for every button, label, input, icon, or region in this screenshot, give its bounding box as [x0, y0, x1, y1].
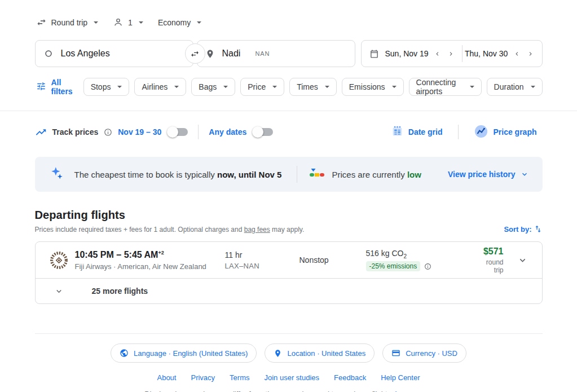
return-date-previous-button[interactable] [510, 47, 523, 60]
price-graph-label: Price graph [493, 127, 536, 136]
caret-down-icon [139, 21, 143, 24]
price-insights-banner: The cheapest time to book is typically n… [35, 157, 543, 192]
destination-field[interactable]: NAN [197, 40, 355, 67]
footer-link-feedback[interactable]: Feedback [334, 373, 366, 382]
co2-amount: 516 kg CO2 [366, 249, 477, 259]
footer-link-about[interactable]: About [157, 373, 176, 382]
search-row: NAN Sun, Nov 19 Thu, Nov 30 [35, 40, 543, 67]
person-icon [113, 17, 124, 28]
location-button-label: Location · United States [287, 349, 365, 358]
trip-controls: Round trip 1 Economy [36, 17, 543, 28]
flight-result-row[interactable]: 10:45 PM – 5:45 AM+2 Fiji Airways · Amer… [36, 242, 542, 278]
sort-by-button[interactable]: Sort by: [504, 224, 542, 234]
language-button[interactable]: Language · English (United States) [111, 343, 257, 363]
price-level-gauge-icon [310, 169, 324, 180]
date-grid-label: Date grid [408, 127, 443, 136]
price-cell: $571 round trip [477, 246, 512, 274]
info-icon[interactable] [424, 263, 431, 270]
price-level-message: Prices are currently low [310, 169, 421, 180]
price-level-text: Prices are currently low [332, 170, 421, 179]
expand-flight-button[interactable] [512, 255, 534, 266]
origin-field[interactable] [35, 40, 193, 67]
caret-down-icon [174, 86, 179, 88]
departing-flights-header: Departing flights Prices include require… [35, 209, 543, 234]
filter-chip-duration[interactable]: Duration [487, 78, 543, 96]
currency-disclaimer: Displayed currencies may differ from the… [35, 390, 543, 392]
all-filters-button[interactable]: All filters [35, 74, 78, 99]
caret-down-icon [531, 86, 535, 88]
chip-label: Price [248, 82, 266, 91]
track-prices-row: Track prices Nov 19 – 30 Any dates [35, 121, 543, 143]
swap-origin-destination-button[interactable] [185, 43, 205, 64]
date-grid-button[interactable]: Date grid [386, 122, 448, 142]
more-flights-expander[interactable]: 25 more flights [36, 279, 542, 303]
currency-button-label: Currency · USD [406, 349, 457, 358]
trip-type-dropdown[interactable]: Round trip [36, 17, 99, 28]
footer-link-join-user-studies[interactable]: Join user studies [264, 373, 319, 382]
passengers-dropdown[interactable]: 1 [113, 17, 143, 28]
filters-bar: All filters Stops Airlines Bags Price Ti… [35, 74, 543, 99]
bag-fees-link[interactable]: bag fees [244, 226, 270, 234]
caret-down-icon [94, 21, 98, 24]
globe-icon [120, 349, 129, 358]
departing-flights-subtitle: Prices include required taxes + fees for… [35, 226, 305, 234]
chip-label: Connecting airports [416, 78, 463, 96]
flight-price: $571 [477, 246, 504, 257]
fiji-airways-logo [49, 250, 69, 270]
filter-chip-airlines[interactable]: Airlines [134, 78, 186, 96]
departure-date-next-button[interactable] [444, 47, 458, 60]
filter-chip-connecting-airports[interactable]: Connecting airports [409, 78, 482, 96]
flights-results-page: Round trip 1 Economy [35, 0, 543, 392]
price-graph-button[interactable]: Price graph [469, 121, 542, 143]
return-date[interactable]: Thu, Nov 30 [465, 49, 508, 58]
filter-chip-emissions[interactable]: Emissions [342, 78, 404, 96]
caret-down-icon [223, 86, 228, 88]
return-date-next-button[interactable] [523, 47, 537, 60]
destination-input[interactable] [222, 49, 247, 59]
footer-settings-buttons: Language · English (United States) Locat… [35, 343, 543, 363]
any-dates-toggle[interactable] [252, 126, 273, 138]
footer-divider [35, 333, 543, 334]
price-graph-icon [474, 125, 488, 140]
passenger-count: 1 [128, 18, 133, 27]
currency-button[interactable]: Currency · USD [382, 343, 466, 363]
flight-times: 10:45 PM – 5:45 AM+2 [75, 250, 225, 260]
duration-cell: 11 hr LAX–NAN [225, 250, 299, 270]
footer-links: About Privacy Terms Join user studies Fe… [35, 373, 543, 382]
track-prices-toggle[interactable] [167, 126, 188, 138]
filter-chip-stops[interactable]: Stops [83, 78, 130, 96]
footer-link-terms[interactable]: Terms [230, 373, 249, 382]
flight-duration: 11 hr [225, 250, 299, 259]
caret-down-icon [470, 86, 474, 88]
return-date-part: Thu, Nov 30 [465, 47, 540, 60]
location-button[interactable]: Location · United States [265, 343, 375, 363]
learn-more-link[interactable]: Learn more [395, 390, 432, 392]
filter-chip-bags[interactable]: Bags [191, 78, 235, 96]
cabin-class-dropdown[interactable]: Economy [158, 18, 201, 27]
destination-airport-code: NAN [256, 50, 270, 57]
footer-link-help-center[interactable]: Help Center [381, 373, 420, 382]
departure-date-previous-button[interactable] [431, 47, 444, 60]
chip-label: Airlines [142, 82, 168, 91]
stops-label: Nonstop [299, 256, 329, 265]
caret-down-icon [325, 86, 329, 88]
caret-down-icon [117, 86, 122, 88]
view-price-history-link[interactable]: View price history [448, 170, 529, 179]
footer-link-privacy[interactable]: Privacy [191, 373, 215, 382]
location-pin-icon [205, 49, 215, 59]
origin-input[interactable] [61, 49, 185, 59]
flight-results-card: 10:45 PM – 5:45 AM+2 Fiji Airways · Amer… [35, 241, 543, 304]
track-prices-date-range: Nov 19 – 30 [118, 127, 161, 136]
filter-chip-times[interactable]: Times [289, 78, 337, 96]
location-pin-icon [274, 349, 282, 358]
info-icon[interactable] [104, 128, 112, 136]
sort-by-label: Sort by: [504, 225, 531, 234]
banner-divider [297, 166, 297, 183]
filter-chip-price[interactable]: Price [240, 78, 284, 96]
chevron-down-icon [43, 287, 75, 296]
chip-label: Bags [199, 82, 217, 91]
chip-label: Duration [494, 82, 524, 91]
departure-date[interactable]: Sun, Nov 19 [385, 49, 429, 58]
vertical-divider [198, 125, 199, 139]
dates-field[interactable]: Sun, Nov 19 Thu, Nov 30 [361, 40, 543, 67]
